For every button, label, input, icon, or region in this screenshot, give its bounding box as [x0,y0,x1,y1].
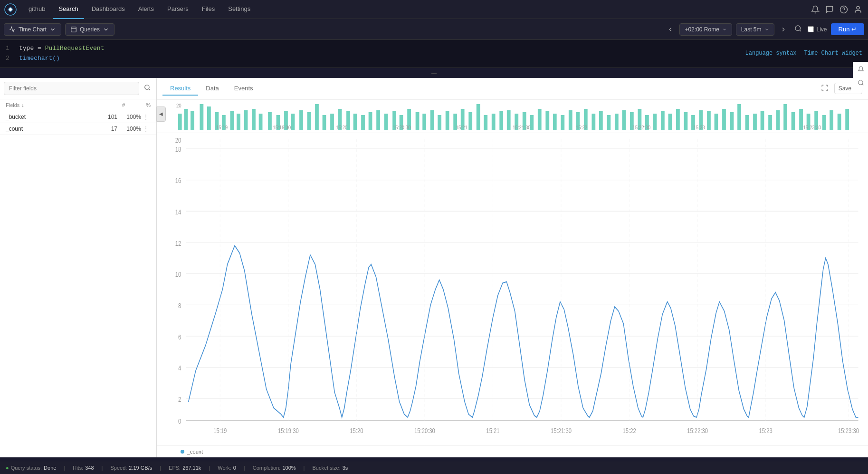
svg-rect-87 [761,111,764,130]
field-count-bucket: 101 [94,114,117,120]
svg-text:20: 20 [176,103,181,108]
query-links: Language syntax Time Chart widget [745,49,862,58]
svg-text:10: 10 [175,270,181,278]
nav-item-alerts[interactable]: Alerts [133,0,160,19]
svg-text:18: 18 [175,145,181,154]
main-chart-container: 0 2 4 6 8 10 12 14 16 18 20 15:19 15:19:… [157,133,868,445]
tab-data[interactable]: Data [198,82,226,96]
svg-rect-19 [237,114,240,130]
svg-rect-75 [668,114,672,130]
svg-rect-67 [607,115,610,130]
chart-type-label: Time Chart [19,26,47,33]
svg-rect-81 [715,114,718,130]
run-button[interactable]: Run ↵ [831,23,864,35]
field-row-count[interactable]: _count 17 100% ⋮ [0,123,156,135]
time-range-chevron-icon [764,27,769,32]
svg-rect-27 [299,110,303,130]
nav-item-files[interactable]: Files [196,0,220,19]
notifications-btn[interactable] [809,3,821,16]
field-row-bucket[interactable]: _bucket 101 100% ⋮ [0,111,156,123]
field-menu-bucket[interactable]: ⋮ [141,114,151,120]
nav-item-github[interactable]: github [23,0,51,19]
fields-header: Fields ↓ # % [0,99,156,111]
filter-search-btn[interactable] [142,82,153,94]
svg-rect-21 [252,109,256,130]
svg-rect-92 [799,109,803,130]
field-count-count: 17 [94,126,117,132]
svg-point-7 [795,26,801,31]
svg-text:2: 2 [178,395,181,403]
right-icon-btn-2[interactable] [855,77,867,88]
help-btn[interactable] [838,3,850,16]
svg-rect-65 [591,114,595,130]
svg-rect-84 [737,104,741,130]
svg-text:20: 20 [175,136,181,144]
svg-rect-97 [838,114,841,130]
field-name-count: _count [6,126,94,132]
toolbar: Time Chart Queries +02:00 Rome Last 5m [0,19,868,40]
svg-rect-82 [722,109,726,130]
queries-chevron-icon [103,26,109,33]
svg-line-152 [862,84,864,86]
time-range-label: Last 5m [741,26,762,33]
svg-text:15:22: 15:22 [576,125,587,130]
svg-rect-31 [330,114,334,130]
svg-rect-68 [615,114,619,130]
query-type-keyword: type [19,45,34,52]
svg-text:15:23: 15:23 [693,125,705,130]
nav-item-dashboards[interactable]: Dashboards [86,0,131,19]
svg-rect-51 [484,115,487,130]
nav-item-parsers[interactable]: Parsers [162,0,194,19]
svg-rect-14 [200,104,203,130]
sidebar-collapse-btn[interactable]: ◀ [156,106,166,122]
svg-text:4: 4 [178,364,181,372]
time-range-btn[interactable]: Last 5m [736,23,774,36]
tab-results[interactable]: Results [162,82,198,96]
chart-toolbar: Results Data Events Save [157,78,868,100]
svg-point-151 [858,80,863,85]
line-num-1: 1 [6,44,13,54]
queries-btn[interactable]: Queries [65,23,114,36]
svg-text:0: 0 [178,417,181,425]
time-prev-btn[interactable] [665,24,676,35]
timezone-btn[interactable]: +02:00 Rome [679,23,732,36]
svg-line-10 [149,89,150,90]
nav-item-search[interactable]: Search [53,0,84,19]
filter-fields-input[interactable] [4,82,139,95]
search-zoom-icon [794,25,802,32]
fullscreen-icon [821,84,829,92]
time-next-btn[interactable] [778,24,789,35]
time-chart-widget-link[interactable]: Time Chart widget [804,49,862,58]
svg-text:15:21:30: 15:21:30 [551,426,572,435]
field-pct-count: 100% [117,126,141,132]
svg-rect-42 [416,112,420,130]
fullscreen-btn[interactable] [819,82,830,95]
right-icon-btn-1[interactable] [855,64,867,75]
main-chart-svg: 0 2 4 6 8 10 12 14 16 18 20 15:19 15:19:… [157,133,868,445]
query-editor: 1 type = PullRequestEvent 2 timechart() … [0,40,868,68]
filter-search-icon [144,84,151,91]
svg-rect-43 [422,114,426,130]
live-checkbox[interactable] [808,26,814,32]
query-func: timechart() [19,54,60,64]
svg-rect-61 [561,115,564,130]
svg-rect-38 [384,114,388,130]
live-toggle[interactable]: Live [808,26,827,33]
field-menu-count[interactable]: ⋮ [141,126,151,132]
chat-btn[interactable] [823,3,836,16]
svg-rect-46 [446,111,449,130]
user-profile-btn[interactable] [852,3,864,16]
svg-rect-22 [259,114,263,130]
svg-text:15:19:30: 15:19:30 [278,426,299,435]
svg-rect-36 [369,112,372,130]
svg-rect-90 [783,104,787,130]
svg-point-1 [9,8,12,11]
nav-item-settings[interactable]: Settings [222,0,256,19]
svg-text:15:19:30: 15:19:30 [273,125,291,130]
chart-type-btn[interactable]: Time Chart [4,23,61,36]
tab-events[interactable]: Events [227,82,261,96]
language-syntax-link[interactable]: Language syntax [745,49,797,58]
query-line-1: 1 type = PullRequestEvent [6,44,862,54]
svg-text:15:23:30: 15:23:30 [803,125,821,130]
zoom-btn[interactable] [792,23,804,36]
